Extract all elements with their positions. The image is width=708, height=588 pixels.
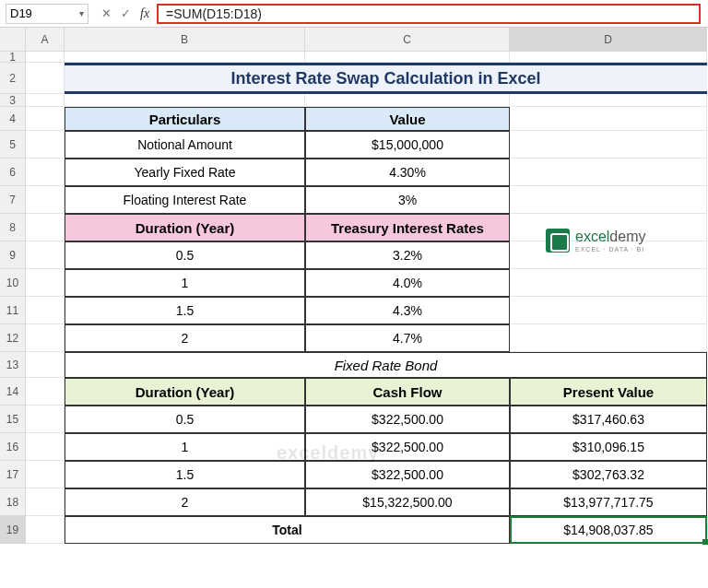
select-all-corner[interactable] (0, 28, 26, 52)
row-header-13[interactable]: 13 (0, 352, 26, 378)
header-duration-2: Duration (Year) (65, 378, 305, 406)
cell-a18[interactable] (26, 488, 65, 516)
cell-d1[interactable] (510, 52, 707, 63)
param-label-2: Floating Interest Rate (65, 186, 305, 214)
row-header-1[interactable]: 1 (0, 52, 26, 63)
cell-a14[interactable] (26, 378, 65, 406)
total-value-cell[interactable]: $14,908,037.85 (510, 516, 707, 544)
row-header-14[interactable]: 14 (0, 378, 26, 406)
bond-cf-2: $322,500.00 (305, 461, 510, 488)
cell-d12[interactable] (510, 324, 707, 352)
row-header-18[interactable]: 18 (0, 488, 26, 516)
cell-d6[interactable] (510, 159, 707, 186)
col-header-b[interactable]: B (65, 28, 305, 52)
bond-d-0: 0.5 (65, 406, 305, 433)
bond-d-3: 2 (65, 488, 305, 516)
header-value: Value (305, 107, 510, 131)
cell-a11[interactable] (26, 297, 65, 324)
bond-d-1: 1 (65, 433, 305, 461)
header-treasury: Treasury Interest Rates (305, 214, 510, 241)
bond-d-2: 1.5 (65, 461, 305, 488)
bond-cf-3: $15,322,500.00 (305, 488, 510, 516)
row-header-8[interactable]: 8 (0, 214, 26, 241)
cell-a9[interactable] (26, 241, 65, 269)
bond-pv-1: $310,096.15 (510, 433, 707, 461)
cell-b1[interactable] (65, 52, 305, 63)
cell-a13[interactable] (26, 352, 65, 378)
row-header-6[interactable]: 6 (0, 159, 26, 186)
cell-a6[interactable] (26, 159, 65, 186)
row-header-15[interactable]: 15 (0, 406, 26, 433)
chevron-down-icon[interactable]: ▾ (79, 8, 84, 18)
cell-a10[interactable] (26, 269, 65, 297)
col-header-a[interactable]: A (26, 28, 65, 52)
row-header-11[interactable]: 11 (0, 297, 26, 324)
col-header-c[interactable]: C (305, 28, 510, 52)
cell-d5[interactable] (510, 131, 707, 159)
row-header-16[interactable]: 16 (0, 433, 26, 461)
formula-bar: D19 ▾ ✕ ✓ fx =SUM(D15:D18) (0, 0, 708, 28)
cell-c1[interactable] (305, 52, 510, 63)
cell-c3[interactable] (305, 94, 510, 107)
treasury-r-1: 4.0% (305, 269, 510, 297)
cell-a1[interactable] (26, 52, 65, 63)
row-header-4[interactable]: 4 (0, 107, 26, 131)
param-val-2: 3% (305, 186, 510, 214)
cell-d4[interactable] (510, 107, 707, 131)
header-duration: Duration (Year) (65, 214, 305, 241)
cell-d11[interactable] (510, 297, 707, 324)
param-val-1: 4.30% (305, 159, 510, 186)
cell-a8[interactable] (26, 214, 65, 241)
param-val-0: $15,000,000 (305, 131, 510, 159)
page-title: Interest Rate Swap Calculation in Excel (65, 63, 707, 94)
cell-a2[interactable] (26, 63, 65, 94)
header-cashflow: Cash Flow (305, 378, 510, 406)
row-header-2[interactable]: 2 (0, 63, 26, 94)
treasury-r-2: 4.3% (305, 297, 510, 324)
section-header: Fixed Rate Bond (65, 352, 707, 378)
cell-a4[interactable] (26, 107, 65, 131)
col-header-d[interactable]: D (510, 28, 707, 52)
brand-logo-subtitle: EXCEL · DATA · BI (575, 246, 645, 253)
formula-input[interactable]: =SUM(D15:D18) (157, 4, 701, 24)
cancel-icon[interactable]: ✕ (101, 6, 112, 20)
row-header-10[interactable]: 10 (0, 269, 26, 297)
cell-d3[interactable] (510, 94, 707, 107)
cell-d10[interactable] (510, 269, 707, 297)
brand-logo: exceldemy EXCEL · DATA · BI (546, 229, 645, 253)
treasury-d-2: 1.5 (65, 297, 305, 324)
cell-a15[interactable] (26, 406, 65, 433)
total-label: Total (65, 516, 510, 544)
cell-b3[interactable] (65, 94, 305, 107)
param-label-0: Notional Amount (65, 131, 305, 159)
treasury-r-0: 3.2% (305, 241, 510, 269)
cell-d7[interactable] (510, 186, 707, 214)
cell-a16[interactable] (26, 433, 65, 461)
name-box-value: D19 (10, 6, 32, 20)
treasury-r-3: 4.7% (305, 324, 510, 352)
header-particulars: Particulars (65, 107, 305, 131)
formula-bar-icons: ✕ ✓ fx (94, 6, 157, 21)
name-box[interactable]: D19 ▾ (6, 4, 88, 24)
brand-logo-text: exceldemy (575, 229, 645, 244)
row-header-3[interactable]: 3 (0, 94, 26, 107)
cell-a5[interactable] (26, 131, 65, 159)
brand-logo-icon (546, 229, 570, 253)
cell-a3[interactable] (26, 94, 65, 107)
row-header-5[interactable]: 5 (0, 131, 26, 159)
fx-icon[interactable]: fx (140, 6, 149, 21)
enter-icon[interactable]: ✓ (121, 6, 131, 20)
cell-a17[interactable] (26, 461, 65, 488)
cell-a19[interactable] (26, 516, 65, 544)
row-header-19[interactable]: 19 (0, 516, 26, 544)
spreadsheet-grid: A B C D 1 2 Interest Rate Swap Calculati… (0, 28, 708, 544)
row-header-17[interactable]: 17 (0, 461, 26, 488)
cell-a12[interactable] (26, 324, 65, 352)
param-label-1: Yearly Fixed Rate (65, 159, 305, 186)
cell-a7[interactable] (26, 186, 65, 214)
bond-cf-0: $322,500.00 (305, 406, 510, 433)
row-header-9[interactable]: 9 (0, 241, 26, 269)
row-header-12[interactable]: 12 (0, 324, 26, 352)
bond-pv-0: $317,460.63 (510, 406, 707, 433)
row-header-7[interactable]: 7 (0, 186, 26, 214)
